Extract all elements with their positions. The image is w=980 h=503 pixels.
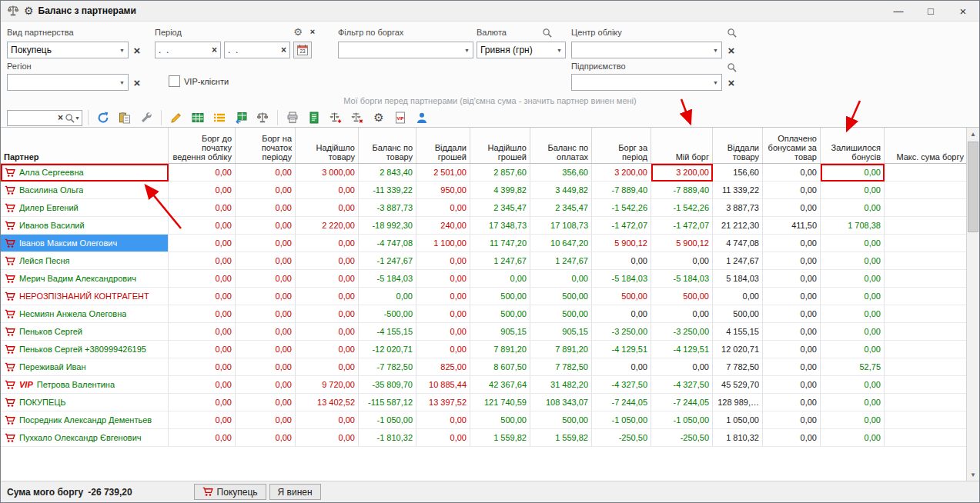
value-cell[interactable]: 500,00 [592, 288, 651, 305]
table-row[interactable]: Мерич Вадим Александрович0,000,000,00-5 … [1, 270, 979, 288]
value-cell[interactable]: 2 857,60 [470, 164, 530, 182]
value-cell[interactable] [885, 164, 968, 182]
chevron-down-icon[interactable]: ▼ [461, 48, 473, 53]
value-cell[interactable]: 950,00 [416, 182, 470, 199]
table-row[interactable]: Пеньков Сергей +3809994261950,000,000,00… [1, 341, 979, 358]
value-cell[interactable] [885, 235, 968, 252]
value-cell[interactable]: 2 345,47 [470, 199, 530, 217]
value-cell[interactable]: 12 020,71 [713, 341, 763, 358]
value-cell[interactable]: 0,00 [763, 305, 821, 323]
value-cell[interactable]: 7 891,20 [530, 341, 592, 358]
value-cell[interactable]: 0,00 [651, 305, 713, 323]
value-cell[interactable]: 1 247,67 [530, 252, 592, 270]
partner-cell[interactable]: НЕРОЗПІЗНАНИЙ КОНТРАГЕНТ [1, 288, 169, 305]
vip-clients-checkbox[interactable]: VIP-клієнти [169, 75, 229, 87]
value-cell[interactable]: 11 339,22 [713, 182, 763, 199]
value-cell[interactable]: 0,00 [169, 270, 236, 288]
value-cell[interactable] [885, 182, 968, 199]
value-cell[interactable]: 0,00 [236, 270, 296, 288]
value-cell[interactable]: 0,00 [821, 199, 885, 217]
value-cell[interactable]: 0,00 [592, 305, 651, 323]
column-header[interactable]: Залишилося бонусів [821, 128, 885, 163]
value-cell[interactable]: 17 108,73 [530, 217, 592, 235]
value-cell[interactable]: 2 843,40 [359, 164, 416, 182]
value-cell[interactable]: 3 449,82 [530, 182, 592, 199]
value-cell[interactable]: 3 887,73 [713, 199, 763, 217]
value-cell[interactable]: 0,00 [236, 235, 296, 252]
value-cell[interactable]: 0,00 [296, 235, 359, 252]
chevron-down-icon[interactable]: ▼ [554, 48, 565, 53]
value-cell[interactable]: 1 247,67 [470, 252, 530, 270]
value-cell[interactable]: -250,50 [592, 429, 651, 447]
debt-filter-combobox[interactable]: ▼ [338, 42, 473, 58]
value-cell[interactable]: 0,00 [821, 376, 885, 394]
partner-cell[interactable]: Мерич Вадим Александрович [1, 270, 169, 288]
chevron-down-icon[interactable]: ▼ [116, 48, 128, 53]
value-cell[interactable]: 0,00 [236, 411, 296, 429]
value-cell[interactable]: 0,00 [651, 252, 713, 270]
value-cell[interactable]: 905,15 [470, 323, 530, 341]
value-cell[interactable]: 5 900,12 [651, 235, 713, 252]
column-header[interactable]: Партнер [1, 128, 169, 163]
value-cell[interactable]: -11 339,22 [359, 182, 416, 199]
table-row[interactable]: Пеньков Сергей0,000,000,00-4 155,150,009… [1, 323, 979, 341]
table-row[interactable]: Дилер Евгений0,000,000,00-3 887,730,002 … [1, 199, 979, 217]
value-cell[interactable]: 0,00 [236, 164, 296, 182]
partner-cell[interactable]: Пухкало Олександр Євгенович [1, 429, 169, 447]
table-row[interactable]: Іванов Максим Олегович0,000,000,00-4 747… [1, 235, 979, 252]
value-cell[interactable]: -12 020,71 [359, 341, 416, 358]
value-cell[interactable]: 0,00 [169, 305, 236, 323]
value-cell[interactable]: 7 782,50 [713, 358, 763, 376]
value-cell[interactable]: 2 501,00 [416, 164, 470, 182]
value-cell[interactable] [885, 252, 968, 270]
partner-cell[interactable]: Василина Ольга [1, 182, 169, 199]
value-cell[interactable] [885, 341, 968, 358]
value-cell[interactable]: -18 992,30 [359, 217, 416, 235]
table-row[interactable]: Лейся Песня0,000,000,00-1 247,670,001 24… [1, 252, 979, 270]
value-cell[interactable]: 500,00 [470, 288, 530, 305]
value-cell[interactable]: 0,00 [763, 270, 821, 288]
value-cell[interactable]: -1 810,32 [359, 429, 416, 447]
value-cell[interactable]: 0,00 [821, 288, 885, 305]
value-cell[interactable]: 500,00 [530, 288, 592, 305]
value-cell[interactable]: 0,00 [713, 288, 763, 305]
value-cell[interactable]: 2 220,00 [296, 217, 359, 235]
value-cell[interactable]: 0,00 [296, 341, 359, 358]
chevron-down-icon[interactable]: ▼ [75, 115, 82, 121]
partner-cell[interactable]: Пеньков Сергей +380999426195 [1, 341, 169, 358]
value-cell[interactable]: 0,00 [470, 270, 530, 288]
value-cell[interactable]: 0,00 [416, 270, 470, 288]
value-cell[interactable]: 10 885,44 [416, 376, 470, 394]
value-cell[interactable]: -3 250,00 [651, 323, 713, 341]
value-cell[interactable]: 1 559,82 [530, 429, 592, 447]
column-header[interactable]: Надійшло грошей [470, 128, 530, 163]
value-cell[interactable]: 0,00 [763, 164, 821, 182]
search-input[interactable] [8, 112, 56, 123]
period-from-field[interactable]: . . × [155, 42, 221, 58]
value-cell[interactable]: 0,00 [169, 429, 236, 447]
period-settings-icon[interactable]: ⚙ [291, 25, 305, 38]
value-cell[interactable]: 0,00 [763, 252, 821, 270]
table-row[interactable]: Посредник Александр Дементьев0,000,000,0… [1, 411, 979, 429]
value-cell[interactable]: 0,00 [821, 164, 885, 182]
value-cell[interactable]: 905,15 [530, 323, 592, 341]
checkbox-box[interactable] [169, 75, 180, 87]
value-cell[interactable]: 500,00 [651, 288, 713, 305]
value-cell[interactable]: -35 809,70 [359, 376, 416, 394]
value-cell[interactable]: -4 327,50 [592, 376, 651, 394]
partner-cell[interactable]: Несмиян Анжела Олеговна [1, 305, 169, 323]
table-row[interactable]: Несмиян Анжела Олеговна0,000,000,00-500,… [1, 305, 979, 323]
value-cell[interactable]: 128 989,… [713, 394, 763, 411]
partner-cell[interactable]: Пеньков Сергей [1, 323, 169, 341]
region-combobox[interactable]: ▼ [7, 74, 129, 91]
value-cell[interactable]: 0,00 [592, 358, 651, 376]
value-cell[interactable]: 0,00 [416, 341, 470, 358]
value-cell[interactable]: 0,00 [169, 217, 236, 235]
i-owe-button[interactable]: Я винен [269, 484, 321, 500]
table-row[interactable]: Пухкало Олександр Євгенович0,000,000,00-… [1, 429, 979, 447]
close-button[interactable]: × [947, 1, 979, 21]
value-cell[interactable]: 0,00 [236, 288, 296, 305]
minimize-button[interactable]: — [882, 1, 915, 21]
value-cell[interactable]: 0,00 [169, 358, 236, 376]
value-cell[interactable]: 0,00 [592, 252, 651, 270]
